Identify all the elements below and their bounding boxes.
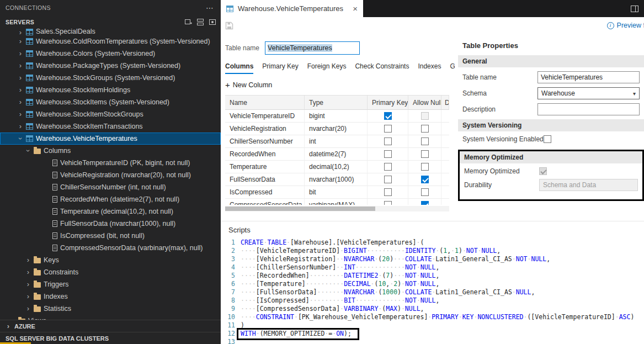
designer-tab-ge[interactable]: Ge: [450, 62, 455, 74]
chevron-right-icon[interactable]: ›: [18, 124, 23, 129]
chevron-right-icon[interactable]: ›: [18, 30, 23, 35]
primary-key-checkbox[interactable]: [384, 137, 392, 145]
chevron-right-icon[interactable]: ›: [25, 306, 31, 311]
column-type-cell[interactable]: nvarchar(1000): [305, 173, 368, 186]
primary-key-checkbox[interactable]: [384, 176, 392, 183]
primary-key-checkbox[interactable]: [384, 188, 392, 196]
more-actions-icon[interactable]: ⋯: [206, 3, 214, 12]
tree-item-column[interactable]: IsCompressed (bit, not null): [0, 230, 221, 242]
column-name-cell[interactable]: VehicleTemperatureID: [225, 110, 305, 123]
tree-item-table[interactable]: ›Sales.SpecialDeals: [0, 28, 221, 35]
column-name-cell[interactable]: Temperature: [225, 161, 305, 173]
chevron-down-icon[interactable]: ›: [25, 148, 31, 154]
allow-nulls-checkbox[interactable]: [421, 163, 429, 171]
chevron-right-icon[interactable]: ›: [25, 257, 31, 263]
column-name-cell[interactable]: ChillerSensorNumber: [225, 135, 305, 148]
tree-item-column[interactable]: VehicleRegistration (nvarchar(20), not n…: [0, 169, 221, 181]
schema-select[interactable]: Warehouse ▾: [537, 87, 640, 99]
designer-tab-check-constraints[interactable]: Check Constraints: [355, 62, 409, 74]
chevron-right-icon[interactable]: ›: [18, 87, 23, 93]
chevron-right-icon[interactable]: ›: [25, 282, 31, 287]
tree-item-table[interactable]: ›Warehouse.PackageTypes (System-Versione…: [0, 60, 221, 72]
tree-item-folder[interactable]: ›Columns: [0, 145, 221, 157]
tree-item-column[interactable]: VehicleTemperatureID (PK, bigint, not nu…: [0, 157, 221, 169]
tree-item-table[interactable]: ›Warehouse.ColdRoomTemperatures (System-…: [0, 35, 221, 47]
description-input[interactable]: [537, 103, 640, 115]
chevron-right-icon[interactable]: ›: [25, 294, 31, 299]
column-name-cell[interactable]: CompressedSensorData: [225, 199, 305, 205]
column-type-cell[interactable]: decimal(10,2): [305, 161, 368, 173]
designer-tab-foreign-keys[interactable]: Foreign Keys: [307, 62, 347, 74]
designer-tab-indexes[interactable]: Indexes: [418, 62, 441, 74]
prop-table-name-input[interactable]: VehicleTemperatures: [537, 71, 640, 83]
chevron-right-icon[interactable]: ›: [18, 112, 23, 117]
primary-key-checkbox[interactable]: [384, 125, 392, 133]
primary-key-checkbox[interactable]: [384, 163, 392, 171]
new-column-button[interactable]: + New Column: [225, 81, 458, 89]
tree-item-column[interactable]: ChillerSensorNumber (int, not null): [0, 181, 221, 193]
tree-item-folder[interactable]: ›Keys: [0, 254, 221, 266]
preview-features-link[interactable]: i Preview f: [607, 22, 644, 29]
tree-item-table[interactable]: ›Warehouse.StockItemHoldings: [0, 84, 221, 96]
tree-item-table[interactable]: ›Warehouse.Colors (System-Versioned): [0, 47, 221, 60]
active-connections-icon[interactable]: [209, 18, 216, 26]
servers-section-header[interactable]: SERVERS: [0, 15, 221, 28]
column-type-cell[interactable]: int: [305, 135, 368, 148]
allow-nulls-checkbox[interactable]: [421, 201, 429, 205]
column-type-cell[interactable]: datetime2(7): [305, 148, 368, 161]
chevron-right-icon[interactable]: ›: [18, 75, 23, 81]
close-tab-icon[interactable]: ×: [353, 4, 358, 13]
chevron-right-icon[interactable]: ›: [18, 39, 23, 44]
big-data-section-header[interactable]: SQL SERVER BIG DATA CLUSTERS: [0, 332, 221, 344]
allow-nulls-checkbox[interactable]: [421, 176, 429, 183]
tree-item-table[interactable]: ›Warehouse.StockGroups (System-Versioned…: [0, 72, 221, 84]
chevron-right-icon[interactable]: ›: [18, 51, 23, 56]
chevron-right-icon[interactable]: ›: [18, 99, 23, 105]
chevron-right-icon[interactable]: ›: [25, 269, 31, 275]
sql-code[interactable]: 1CREATE·TABLE·[Warehouse].[VehicleTemper…: [224, 239, 644, 344]
tree-item-folder[interactable]: ›Statistics: [0, 303, 221, 315]
tree-item-folder[interactable]: ›Indexes: [0, 290, 221, 303]
tree-item-column[interactable]: CompressedSensorData (varbinary(max), nu…: [0, 242, 221, 254]
tree-item-folder[interactable]: ›Views: [0, 315, 221, 320]
column-name-cell[interactable]: FullSensorData: [225, 173, 305, 186]
allow-nulls-checkbox[interactable]: [421, 125, 429, 133]
primary-key-checkbox[interactable]: [384, 112, 392, 120]
tab-warehouse-vehicletemperatures[interactable]: Warehouse.VehicleTemperatures ×: [221, 0, 363, 17]
new-server-group-icon[interactable]: [196, 18, 204, 26]
scrollbar-thumb[interactable]: [225, 207, 375, 211]
tree-item-column[interactable]: RecordedWhen (datetime2(7), not null): [0, 193, 221, 205]
column-name-cell[interactable]: RecordedWhen: [225, 148, 305, 161]
allow-nulls-checkbox[interactable]: [421, 150, 429, 158]
save-icon[interactable]: [225, 22, 233, 30]
tree-item-column[interactable]: Temperature (decimal(10,2), not null): [0, 205, 221, 218]
chevron-right-icon[interactable]: ›: [6, 324, 11, 329]
tree-item-folder[interactable]: ›Triggers: [0, 278, 221, 290]
table-name-input[interactable]: VehicleTemperatures: [265, 41, 360, 55]
tree-item-table[interactable]: ›Warehouse.StockItemTransactions: [0, 120, 221, 133]
tree-item-table[interactable]: ›Warehouse.StockItems (System-Versioned): [0, 96, 221, 108]
new-connection-icon[interactable]: [184, 18, 192, 26]
allow-nulls-checkbox[interactable]: [421, 137, 429, 145]
system-versioning-checkbox[interactable]: [544, 135, 551, 143]
designer-tab-columns[interactable]: Columns: [225, 62, 253, 74]
column-type-cell[interactable]: nvarchar(20): [305, 123, 368, 135]
column-type-cell[interactable]: bit: [305, 186, 368, 199]
primary-key-checkbox[interactable]: [384, 201, 392, 205]
azure-section-header[interactable]: › AZURE: [0, 320, 221, 332]
column-type-cell[interactable]: bigint: [305, 110, 368, 123]
column-name-cell[interactable]: IsCompressed: [225, 186, 305, 199]
allow-nulls-checkbox[interactable]: [421, 188, 429, 196]
column-type-cell[interactable]: varbinary(MAX): [305, 199, 368, 205]
designer-tab-primary-key[interactable]: Primary Key: [262, 62, 298, 74]
tree-item-folder[interactable]: ›Constraints: [0, 266, 221, 278]
horizontal-scrollbar[interactable]: [225, 206, 449, 211]
split-editor-icon[interactable]: [631, 6, 638, 12]
tree-item-table[interactable]: ›Warehouse.StockItemStockGroups: [0, 108, 221, 120]
chevron-right-icon[interactable]: ›: [18, 63, 23, 68]
primary-key-checkbox[interactable]: [384, 150, 392, 158]
column-name-cell[interactable]: VehicleRegistration: [225, 123, 305, 135]
tree-item-table[interactable]: ›Warehouse.VehicleTemperatures: [0, 133, 221, 145]
chevron-down-icon[interactable]: ›: [18, 136, 23, 141]
tree-item-column[interactable]: FullSensorData (nvarchar(1000), null): [0, 218, 221, 230]
